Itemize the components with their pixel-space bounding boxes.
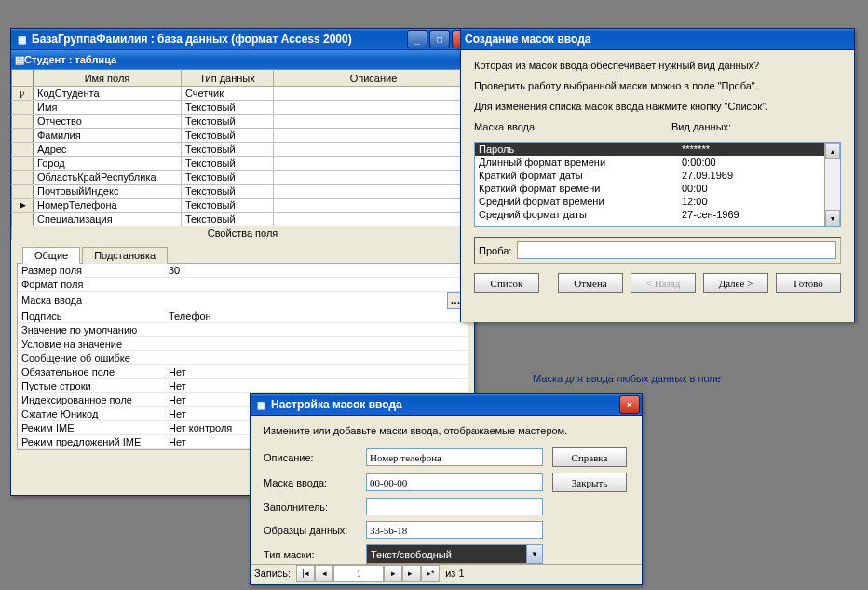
field-row[interactable]: ОбластьКрайРеспубликаТекстовый [12,171,474,185]
nav-prev-icon[interactable]: ◂ [315,565,333,582]
list-scrollbar[interactable]: ▲ ▼ [824,143,840,226]
field-row[interactable]: ОтчествоТекстовый [12,115,474,129]
col-type[interactable]: Тип данных [182,70,274,87]
cancel-button[interactable]: Отмена [558,273,623,293]
field-type[interactable]: Текстовый [182,143,274,157]
prop-row[interactable]: Размер поля30 [18,264,468,278]
field-row[interactable]: ФамилияТекстовый [12,129,474,143]
prop-value[interactable] [165,278,468,292]
list-button[interactable]: Список [474,273,539,293]
nav-new-icon[interactable]: ▸* [421,565,440,582]
mask-list-row[interactable]: Пароль******* [475,143,824,156]
tab-general[interactable]: Общие [22,247,80,264]
prop-value[interactable]: … [165,292,468,309]
field-desc[interactable] [274,101,474,115]
input-desc[interactable] [366,448,543,466]
field-desc[interactable] [274,185,474,199]
close2-button[interactable]: Закрыть [552,473,627,492]
field-name[interactable]: Фамилия [34,129,182,143]
field-row[interactable]: ГородТекстовый [12,157,474,171]
field-name[interactable]: Отчество [34,115,182,129]
scroll-down-icon[interactable]: ▼ [825,210,840,226]
tab-lookup[interactable]: Подстановка [82,247,168,264]
field-type[interactable]: Текстовый [182,157,274,171]
field-row[interactable]: АдресТекстовый [12,143,474,157]
prop-row[interactable]: Маска ввода… [18,292,468,309]
prop-value[interactable]: Нет [165,365,468,379]
field-name[interactable]: Город [34,157,182,171]
field-desc[interactable] [274,143,474,157]
field-type[interactable]: Текстовый [182,199,274,213]
field-name[interactable]: ОбластьКрайРеспублика [34,171,182,185]
field-desc[interactable] [274,199,474,213]
field-type[interactable]: Текстовый [182,213,274,226]
field-name[interactable]: Специализация [34,213,182,226]
prop-row[interactable]: Сообщение об ошибке [18,351,468,365]
minimize-button[interactable]: _ [407,30,427,48]
prop-row[interactable]: Значение по умолчанию [18,323,468,337]
mask-list[interactable]: Пароль*******Длинный формат времени0:00:… [474,142,841,227]
mask-list-row[interactable]: Краткий формат даты27.09.1969 [475,169,824,182]
help-button[interactable]: Справка [552,447,627,467]
finish-button[interactable]: Готово [776,273,841,293]
table-titlebar[interactable]: ▤ Студент : таблица [11,50,474,69]
field-type[interactable]: Текстовый [182,101,274,115]
field-name[interactable]: ПочтовыйИндекс [34,185,182,199]
nav-last-icon[interactable]: ▸| [402,565,421,582]
field-type[interactable]: Текстовый [182,115,274,129]
nav-first-icon[interactable]: |◂ [296,565,315,582]
mask-list-row[interactable]: Средний формат даты27-сен-1969 [475,208,824,221]
prop-value[interactable]: Телефон [165,309,468,323]
field-name[interactable]: КодСтудента [34,87,182,101]
field-type[interactable]: Текстовый [182,171,274,185]
field-grid[interactable]: Имя поля Тип данных Описание ꝩКодСтудент… [11,69,474,226]
input-mask[interactable] [366,473,543,491]
prop-row[interactable]: Пустые строкиНет [18,379,468,393]
mask-list-row[interactable]: Длинный формат времени0:00:00 [475,156,824,169]
field-desc[interactable] [274,213,474,226]
mask-list-row[interactable]: Краткий формат времени00:00 [475,182,824,195]
maximize-button[interactable]: □ [429,30,450,48]
prop-value[interactable] [165,323,468,337]
field-desc[interactable] [274,129,474,143]
input-sample[interactable] [366,521,543,539]
next-button[interactable]: Далее > [703,273,768,293]
field-row[interactable]: СпециализацияТекстовый [12,213,474,226]
field-row[interactable]: ИмяТекстовый [12,101,474,115]
field-row[interactable]: ПочтовыйИндексТекстовый [12,185,474,199]
rec-pos-input[interactable] [333,565,384,582]
prop-row[interactable]: Обязательное полеНет [18,365,468,379]
col-name[interactable]: Имя поля [34,70,182,87]
chevron-down-icon[interactable]: ▼ [526,545,542,563]
prop-row[interactable]: Формат поля [18,278,468,292]
prop-row[interactable]: Условие на значение [18,337,468,351]
try-input[interactable] [517,241,836,259]
prop-value[interactable]: Нет [165,379,468,393]
mask-list-row[interactable]: Средний формат времени12:00 [475,195,824,208]
field-row[interactable]: ꝩКодСтудентаСчетчик [12,87,474,101]
combo-type[interactable]: Текст/свободный ▼ [366,544,543,564]
field-type[interactable]: Текстовый [182,129,274,143]
field-name[interactable]: НомерТелефона [34,199,182,213]
prop-value[interactable] [165,351,468,365]
field-name[interactable]: Имя [34,101,182,115]
close-button[interactable]: × [619,395,640,414]
field-type[interactable]: Текстовый [182,185,274,199]
prop-value[interactable] [165,337,468,351]
field-desc[interactable] [274,115,474,129]
prop-value[interactable]: 30 [165,264,468,278]
input-fill[interactable] [366,498,543,515]
field-name[interactable]: Адрес [34,143,182,157]
field-desc[interactable] [274,157,474,171]
nav-next-icon[interactable]: ▸ [384,565,402,582]
db-titlebar[interactable]: ▦ БазаГруппаФамилия : база данных (форма… [11,29,474,50]
wizard-titlebar[interactable]: Создание масок ввода [461,29,854,50]
field-row[interactable]: ▶НомерТелефонаТекстовый [12,199,474,213]
field-desc[interactable] [274,87,474,101]
prop-row[interactable]: ПодписьТелефон [18,309,468,323]
field-desc[interactable] [274,171,474,185]
custom-titlebar[interactable]: ▦ Настройка масок ввода × [251,394,642,416]
scroll-up-icon[interactable]: ▲ [825,143,840,159]
field-type[interactable]: Счетчик [182,87,274,101]
col-desc[interactable]: Описание [274,70,474,87]
